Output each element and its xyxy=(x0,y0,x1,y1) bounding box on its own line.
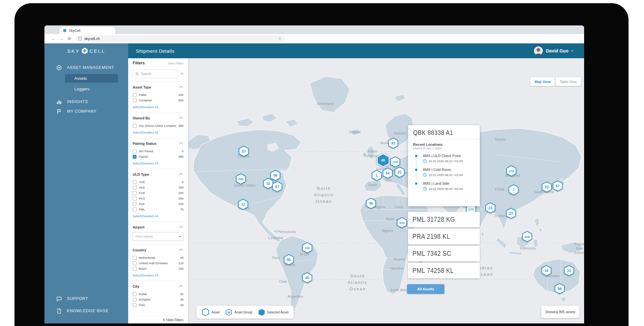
checkbox-icon[interactable] xyxy=(133,93,137,97)
checkbox-icon[interactable] xyxy=(133,197,137,200)
sidebar-item-support[interactable]: SUPPORT xyxy=(44,294,128,303)
checkbox-icon[interactable] xyxy=(133,256,137,260)
checkbox-icon[interactable] xyxy=(133,186,137,190)
sidebar-item-assets[interactable]: Assets xyxy=(65,74,118,83)
checkbox-icon[interactable] xyxy=(133,261,137,265)
asset-group-marker[interactable]: 54 xyxy=(383,167,393,180)
asset-group-marker[interactable]: 100 xyxy=(302,242,313,255)
forward-icon[interactable]: → xyxy=(59,37,63,41)
asset-group-marker[interactable]: 1 xyxy=(372,170,382,182)
filter-option-aae[interactable]: AAE0 xyxy=(133,179,184,185)
filter-search-input[interactable] xyxy=(133,69,178,78)
asset-group-marker[interactable]: 22 xyxy=(394,166,405,179)
asset-group-marker[interactable]: 7 xyxy=(508,184,519,197)
table-view-button[interactable]: Table View xyxy=(555,77,581,86)
sidebar-item-insights[interactable]: INSIGHTS xyxy=(44,97,128,107)
checkbox-icon[interactable] xyxy=(133,292,137,296)
filter-option-plb[interactable]: PLB400 xyxy=(133,201,184,207)
asset-card-pml-31728-kg[interactable]: PML 31728 KG xyxy=(408,212,480,227)
asset-group-marker[interactable]: 40 xyxy=(302,272,313,285)
hide-filters-button[interactable]: ❮ Hide Filters xyxy=(128,316,188,323)
asset-group-marker[interactable]: 108 xyxy=(522,231,533,244)
asset-group-marker[interactable]: 67 xyxy=(553,180,563,193)
checkbox-icon[interactable] xyxy=(133,208,137,211)
filter-option-ake[interactable]: AKE350 xyxy=(133,185,184,190)
filter-option-oslo[interactable]: Oslo43 xyxy=(133,302,184,308)
checkbox-icon[interactable] xyxy=(133,267,137,271)
asset-group-marker[interactable]: 88 xyxy=(554,283,565,296)
selected-asset-marker[interactable]: 45 xyxy=(377,153,390,169)
checkbox-icon[interactable] xyxy=(133,98,137,102)
sidebar-item-my-company[interactable]: MY COMPANY xyxy=(44,107,128,116)
asset-group-marker[interactable]: 85 xyxy=(284,254,294,267)
select-deselect-all-link[interactable]: Select/Deselect All xyxy=(133,162,184,165)
address-bar[interactable]: skycell.ch ☆ xyxy=(75,35,285,42)
filter-option-you-demo-airline-company[interactable]: You (Demo Airline Company)980 xyxy=(133,123,184,128)
bookmark-star-icon[interactable]: ☆ xyxy=(278,36,281,41)
asset-group-marker[interactable]: 240 xyxy=(236,173,246,186)
chevron-up-icon[interactable] xyxy=(179,173,183,177)
all-assets-button[interactable]: All Assets xyxy=(407,284,444,294)
filter-option-brazil[interactable]: Brazil100 xyxy=(133,266,184,271)
reload-icon[interactable]: ⟳ xyxy=(68,37,71,41)
checkbox-icon[interactable] xyxy=(133,202,137,206)
checkbox-icon[interactable] xyxy=(133,298,137,302)
select-deselect-all-link[interactable]: Select/Deselect All xyxy=(133,214,184,218)
asset-card-pml-7342-sc[interactable]: PML 7342 SC xyxy=(408,246,480,261)
filter-option-container[interactable]: Container560 xyxy=(133,98,184,103)
chevron-up-icon[interactable] xyxy=(179,285,183,289)
clear-filters-link[interactable]: Clear Filters xyxy=(168,62,184,65)
browser-tab[interactable]: SkyCell xyxy=(60,27,115,34)
chevron-up-icon[interactable] xyxy=(179,86,183,89)
filter-option-netherlands[interactable]: Netherlands45 xyxy=(133,255,184,260)
sidebar-item-asset-management[interactable]: ASSET MANAGEMENT xyxy=(44,63,128,72)
close-filters-icon[interactable]: ✕ xyxy=(180,71,184,76)
asset-group-marker[interactable]: 46 xyxy=(366,198,376,210)
asset-group-marker[interactable]: 34 xyxy=(541,265,552,278)
tab-title: SkyCell xyxy=(69,29,80,33)
asset-group-marker[interactable]: 23 xyxy=(485,202,496,215)
filter-option-pml[interactable]: PML75 xyxy=(133,207,184,212)
map-view-button[interactable]: Map View xyxy=(530,77,555,86)
asset-group-marker[interactable]: 12 xyxy=(238,199,249,211)
asset-group-marker[interactable]: 23 xyxy=(506,208,516,220)
checkbox-icon[interactable] xyxy=(133,149,137,153)
filter-option-fcb[interactable]: FCB200 xyxy=(133,190,184,196)
checkbox-icon[interactable]: ✓ xyxy=(133,155,137,159)
user-menu[interactable]: David Guo ▾ xyxy=(534,43,573,58)
select-deselect-all-link[interactable]: Select/Deselect All xyxy=(133,131,184,134)
asset-group-marker[interactable]: 43 xyxy=(388,137,399,150)
asset-group-marker[interactable]: 67 xyxy=(272,181,283,194)
checkbox-icon[interactable] xyxy=(133,191,137,195)
filter-option-dubai[interactable]: Dubai60 xyxy=(133,291,184,297)
chevron-up-icon[interactable] xyxy=(179,226,183,229)
airport-select[interactable]: Find Airports▾ xyxy=(133,232,184,241)
asset-group-marker[interactable]: 23 xyxy=(564,265,574,278)
chevron-up-icon[interactable] xyxy=(179,117,183,120)
filter-section-country: CountryNetherlands45United Arab Emirates… xyxy=(133,244,184,281)
filter-option-pag[interactable]: PAG250 xyxy=(133,196,184,201)
filter-option-paired[interactable]: ✓Paired980 xyxy=(133,154,184,159)
asset-card-pra-2198-kl[interactable]: PRA 2198 KL xyxy=(408,229,480,244)
asset-group-marker[interactable]: 178 xyxy=(506,165,517,178)
checkbox-icon[interactable] xyxy=(133,124,137,128)
search-input[interactable] xyxy=(140,72,175,76)
filter-option-not-paired[interactable]: Not Paired0 xyxy=(133,148,184,154)
filter-option-united-arab-emirates[interactable]: United Arab Emirates110 xyxy=(133,260,184,266)
chevron-up-icon[interactable] xyxy=(179,142,183,146)
filter-option-schiphol[interactable]: Schiphol25 xyxy=(133,297,184,302)
map-view[interactable]: GreenlandIcelandCanadaUnited StatesMexic… xyxy=(188,58,584,323)
checkbox-icon[interactable] xyxy=(133,303,137,307)
chevron-up-icon[interactable] xyxy=(179,249,183,252)
select-deselect-all-link[interactable]: Select/Deselect All xyxy=(133,274,184,277)
checkbox-icon[interactable] xyxy=(133,180,137,184)
select-deselect-all-link[interactable]: Select/Deselect All xyxy=(133,105,184,109)
back-icon[interactable]: ← xyxy=(51,37,55,41)
asset-group-marker[interactable]: 234 xyxy=(397,217,407,230)
sidebar-item-knowledge-base[interactable]: KNOWLEDGE BASE xyxy=(44,306,128,316)
filter-option-pallet[interactable]: Pallet420 xyxy=(133,92,184,98)
sidebar-item-loggers[interactable]: Loggers xyxy=(44,85,128,93)
asset-group-marker[interactable]: 23 xyxy=(239,145,249,158)
asset-group-marker[interactable]: 22 xyxy=(542,181,552,194)
asset-card-pml-74258-kl[interactable]: PML 74258 KL xyxy=(408,263,480,278)
